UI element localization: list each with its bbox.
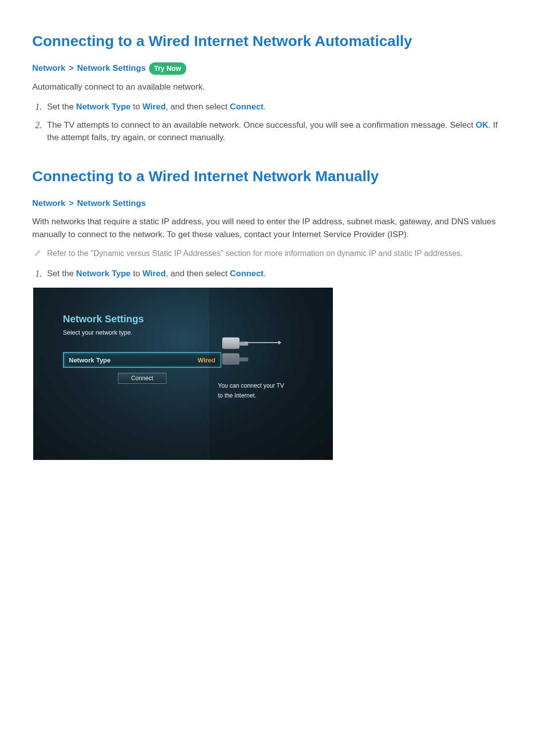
bc-sep: >	[69, 199, 74, 208]
section-manual: Connecting to a Wired Internet Network M…	[32, 165, 503, 460]
kw-wired: Wired	[142, 102, 165, 111]
kw-connect: Connect	[230, 269, 264, 278]
cable-icon	[245, 342, 279, 343]
bc-network[interactable]: Network	[32, 63, 65, 73]
adapter-shadow-icon	[222, 353, 240, 365]
steps-manual: 1. Set the Network Type to Wired, and th…	[32, 267, 503, 281]
kw-wired: Wired	[142, 269, 165, 278]
kw-connect: Connect	[230, 102, 264, 111]
note: Refer to the "Dynamic versus Static IP A…	[32, 248, 503, 260]
breadcrumb-auto: Network > Network Settings Try Now	[32, 62, 503, 75]
tv-connect-button[interactable]: Connect	[118, 373, 166, 384]
bc-network-settings[interactable]: Network Settings	[77, 63, 146, 73]
tv-right-panel: You can connect your TV to the Internet.	[209, 288, 333, 460]
step-body: Set the Network Type to Wired, and then …	[47, 101, 503, 113]
tv-network-type-label: Network Type	[69, 355, 110, 365]
heading-auto: Connecting to a Wired Internet Network A…	[32, 30, 503, 52]
step-1: 1. Set the Network Type to Wired, and th…	[32, 267, 503, 281]
tv-title: Network Settings	[63, 311, 221, 326]
bc-network-settings[interactable]: Network Settings	[77, 199, 146, 208]
step-number: 2.	[32, 119, 47, 132]
section-auto: Connecting to a Wired Internet Network A…	[32, 30, 503, 144]
intro-manual: With networks that require a static IP a…	[32, 215, 503, 241]
tv-network-settings-screenshot: Network Settings Select your network typ…	[33, 288, 333, 460]
step-number: 1.	[32, 101, 47, 114]
kw-network-type: Network Type	[76, 102, 131, 111]
adapter-icon	[222, 337, 240, 349]
step-body: Set the Network Type to Wired, and then …	[47, 267, 503, 280]
tv-caption: You can connect your TV to the Internet.	[218, 381, 324, 401]
heading-manual: Connecting to a Wired Internet Network M…	[32, 165, 503, 187]
try-now-badge[interactable]: Try Now	[149, 62, 186, 75]
bc-sep: >	[69, 63, 74, 73]
breadcrumb-manual: Network > Network Settings	[32, 197, 503, 210]
step-1: 1. Set the Network Type to Wired, and th…	[32, 101, 503, 114]
note-text: Refer to the "Dynamic versus Static IP A…	[47, 248, 503, 259]
intro-auto: Automatically connect to an available ne…	[32, 81, 503, 94]
kw-ok: OK	[476, 120, 488, 130]
tv-subtitle: Select your network type.	[63, 328, 221, 338]
step-number: 1.	[32, 267, 47, 281]
wired-connection-illustration	[215, 335, 284, 367]
pencil-icon	[32, 248, 47, 260]
tv-left-panel: Network Settings Select your network typ…	[63, 311, 221, 384]
steps-auto: 1. Set the Network Type to Wired, and th…	[32, 101, 503, 144]
kw-network-type: Network Type	[76, 269, 131, 278]
tv-network-type-row[interactable]: Network Type Wired	[63, 352, 221, 368]
step-2: 2. The TV attempts to connect to an avai…	[32, 119, 503, 144]
bc-network[interactable]: Network	[32, 199, 65, 208]
step-body: The TV attempts to connect to an availab…	[47, 119, 503, 144]
